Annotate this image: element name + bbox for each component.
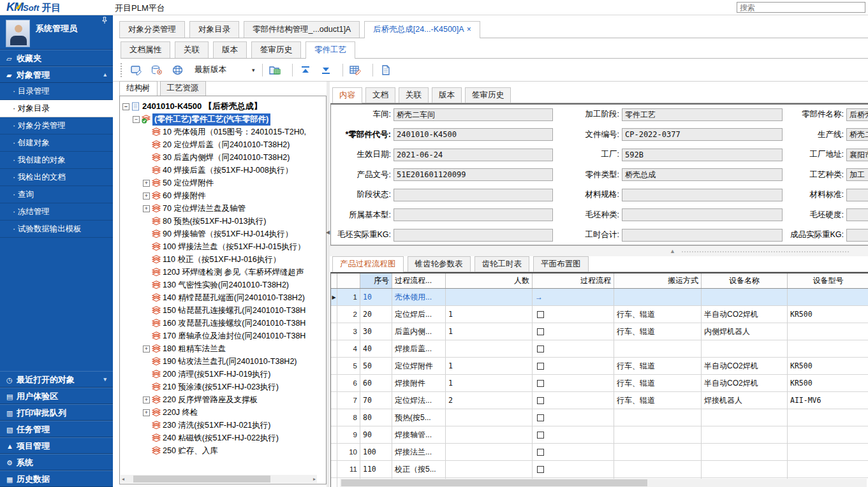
table-row-8[interactable]: 880预热(按5... (331, 409, 868, 426)
tree-item-14[interactable]: 150 钻琵琶孔连接螺孔(同2401010-T38H (122, 304, 326, 317)
column-header-7[interactable]: 设备名称 (702, 273, 788, 288)
splitter-drag-handle[interactable] (682, 251, 849, 252)
scrollbar-thumb[interactable] (133, 476, 270, 483)
flow-tab-2[interactable]: 齿轮工时表 (474, 256, 530, 272)
sidebar-item-1-bottom[interactable]: ▤用户体验区 (0, 388, 113, 404)
doc-tab-0[interactable]: 对象分类管理 (119, 21, 185, 38)
version-dropdown[interactable]: 最新版本 ▾ (195, 64, 255, 75)
tree-item-5[interactable]: +60 焊接附件 (122, 189, 326, 202)
scroll-right-icon[interactable]: ▸ (313, 475, 316, 483)
tree-item-10[interactable]: 110 校正（按51XF-HJ-016执行） (122, 253, 326, 266)
sidebar-item-5-bottom[interactable]: ⚙系统 (0, 454, 113, 470)
tree-process-node-selected[interactable]: −(零件工艺)零件工艺(汽车零部件) (122, 113, 326, 126)
sidebar-subitem-2[interactable]: 对象分类管理 (0, 117, 113, 134)
doc-tab-2[interactable]: 零部件结构管理_...oduct1]A (244, 21, 360, 38)
tree-item-15[interactable]: 160 攻琵琶孔连接螺纹(同2401010-T38H (122, 317, 326, 330)
table-row-10[interactable]: 10100焊接法兰... (331, 444, 868, 461)
sidebar-subitem-0[interactable]: 目录管理 (0, 83, 113, 100)
column-header-3[interactable]: 过程流程... (392, 273, 446, 288)
tree-item-16[interactable]: 170 磨轴承位及油封位(同2401010-T38H (122, 330, 326, 342)
sidebar-item-6-bottom[interactable]: ▦历史数据 (0, 470, 113, 487)
table-row-1[interactable]: ▶110壳体领用...→ (331, 289, 868, 306)
object-tab-0[interactable]: 文档属性 (121, 41, 170, 58)
search-input[interactable] (737, 2, 865, 13)
field-input-0-0[interactable]: 桥壳二车间 (394, 108, 553, 121)
field-input-0-4[interactable] (394, 189, 553, 201)
detail-tab-4[interactable]: 签审历史 (465, 87, 511, 103)
expand-minus-icon[interactable]: − (122, 103, 129, 110)
toolbar-drag-handle[interactable] (121, 63, 122, 77)
doc-tab-3[interactable]: 后桥壳总成[24...-K4500]A× (364, 21, 480, 38)
pin-icon[interactable] (101, 17, 108, 24)
tree-item-12[interactable]: 130 气密性实验(同2401010-T38H2) (122, 279, 326, 291)
tree-item-1[interactable]: 20 定位焊后盖（同2401010-T38H2) (122, 138, 326, 151)
field-input-1-2[interactable]: 592B (622, 149, 783, 161)
sidebar-item-favorites[interactable]: ▱收藏夹 (0, 50, 113, 66)
field-input-2-6[interactable] (846, 229, 868, 242)
sidebar-item-object-management[interactable]: ▰对象管理▴ (0, 66, 113, 83)
object-tab-3[interactable]: 签审历史 (251, 41, 301, 58)
flow-checkbox[interactable] (537, 363, 544, 370)
field-input-1-3[interactable]: 桥壳总成 (622, 168, 783, 181)
flow-checkbox[interactable] (537, 311, 544, 318)
tree-item-2[interactable]: 30 后盖内侧焊（同2401010-T38H2) (122, 151, 326, 164)
column-header-4[interactable]: 人数 (446, 273, 533, 288)
sidebar-subitem-8[interactable]: 试验数据输出模板 (0, 221, 113, 238)
tree-item-6[interactable]: +70 定位焊法兰盘及轴管 (122, 202, 326, 215)
table-row-7[interactable]: 770定位焊法...2行车、辊道焊接机器人AII-MV6 (331, 392, 868, 409)
field-input-2-2[interactable]: 襄阳市 (846, 149, 868, 161)
tree-item-25[interactable]: 250 贮存、入库 (122, 444, 326, 457)
table-view-icon[interactable] (169, 62, 186, 78)
column-header-2[interactable]: 序号 (360, 273, 392, 288)
tree-horizontal-scrollbar[interactable]: ◂ ▸ (121, 475, 317, 483)
tree-item-23[interactable]: 230 清洗(按51XF-HJ-021执行) (122, 419, 326, 432)
expand-plus-icon[interactable]: + (143, 205, 150, 212)
flow-checkbox[interactable] (537, 380, 544, 387)
folder-table-icon[interactable] (267, 62, 284, 78)
document-copy-icon[interactable] (378, 62, 394, 78)
expand-plus-icon[interactable]: + (143, 396, 150, 403)
table-row-11[interactable]: 11110校正（按5... (331, 461, 868, 478)
flow-checkbox[interactable] (537, 414, 544, 421)
flow-tab-0[interactable]: 产品过程流程图 (332, 256, 404, 272)
field-input-0-6[interactable] (394, 229, 553, 242)
tree-item-17[interactable]: +180 粗精车法兰盘 (122, 342, 326, 355)
detail-tab-3[interactable]: 版本 (432, 87, 462, 103)
flow-checkbox[interactable] (537, 449, 544, 456)
tree-item-20[interactable]: 210 预涂漆(按51XF-HJ-023执行) (122, 381, 326, 393)
field-input-1-1[interactable]: CP-2022-0377 (622, 128, 783, 141)
horizontal-splitter[interactable]: ▲ (330, 245, 868, 256)
collapse-top-icon[interactable] (297, 62, 314, 78)
flow-checkbox[interactable] (537, 345, 544, 353)
collapse-bottom-icon[interactable] (318, 62, 334, 78)
sidebar-item-3-bottom[interactable]: ▧任务管理 (0, 421, 113, 437)
expand-plus-icon[interactable]: + (143, 193, 150, 200)
flow-checkbox[interactable] (537, 397, 544, 404)
sidebar-subitem-7[interactable]: 冻结管理 (0, 203, 113, 221)
field-input-2-3[interactable]: 加工 (846, 168, 868, 181)
tree-item-22[interactable]: +220J 终检 (122, 406, 326, 419)
table-row-4[interactable]: 440焊接后盖... (331, 340, 868, 358)
tree-item-19[interactable]: 200 清理(按51XF-HJ-019执行) (122, 368, 326, 381)
field-input-1-6[interactable] (622, 229, 783, 242)
field-input-0-2[interactable]: 2021-06-24 (394, 149, 553, 161)
sidebar-subitem-6[interactable]: 查询 (0, 186, 113, 203)
field-input-1-4[interactable] (622, 189, 783, 201)
field-input-1-0[interactable]: 零件工艺 (622, 108, 783, 121)
tree-item-21[interactable]: +220 反序焊管路座及支撑板 (122, 393, 326, 406)
tree-tab-0[interactable]: 结构树 (119, 81, 158, 96)
expand-minus-icon[interactable]: − (133, 116, 140, 123)
tree-item-24[interactable]: 240 粘磁铁(按51XF-HJ-022执行) (122, 432, 326, 444)
close-icon[interactable]: × (467, 25, 471, 34)
expand-plus-icon[interactable]: + (143, 345, 150, 353)
sidebar-item-0-bottom[interactable]: ◷最近打开的对象▾ (0, 371, 113, 388)
field-input-0-3[interactable]: 51E201601120099 (394, 168, 553, 181)
field-input-0-1[interactable]: 2401010-K4500 (394, 128, 553, 141)
field-input-2-0[interactable]: 后桥壳 (846, 108, 868, 121)
expand-plus-icon[interactable]: + (143, 180, 150, 187)
table-row-9[interactable]: 990焊接轴管... (331, 426, 868, 444)
table-row-5[interactable]: 550定位焊附件1行车、辊道半自动CO2焊机KR500 (331, 358, 868, 375)
sidebar-subitem-5[interactable]: 我检出的文档 (0, 169, 113, 186)
field-input-0-5[interactable] (394, 208, 553, 221)
table-row-3[interactable]: 330后盖内侧...1行车、辊道内侧焊机器人 (331, 323, 868, 340)
